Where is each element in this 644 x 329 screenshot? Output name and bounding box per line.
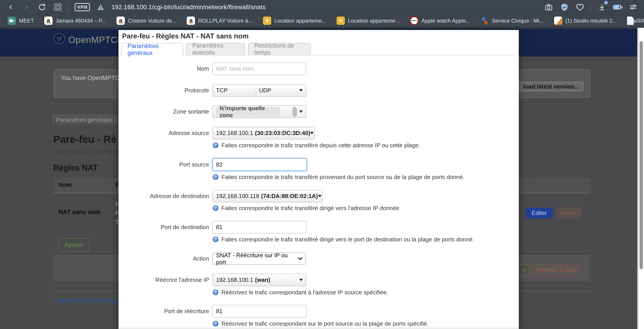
table-row-partial-1: F bbox=[116, 201, 118, 208]
protocole-value-tcp: TCP bbox=[213, 84, 256, 96]
background-tab-general[interactable]: Paramètres généraux bbox=[53, 115, 115, 124]
field-row-reecrire-ip: Réécrire l'adresse IP 192.168.100.1 (wan… bbox=[118, 274, 519, 286]
background-page-subtitle: Les règles NAT permette bbox=[53, 148, 120, 155]
darty-icon: DARTY bbox=[410, 16, 418, 25]
chevron-down-icon bbox=[310, 132, 314, 134]
grid-icon bbox=[54, 3, 61, 10]
tab-parametres-generaux[interactable]: Paramètres généraux bbox=[121, 43, 183, 56]
delete-rule-button[interactable]: Effacer bbox=[556, 208, 582, 218]
reload-button[interactable] bbox=[37, 2, 47, 12]
table-row-partial-3: T bbox=[116, 219, 118, 226]
forward-button[interactable]: › bbox=[22, 2, 31, 12]
favorites-button[interactable] bbox=[575, 2, 585, 12]
adresse-destination-dropdown[interactable]: 192.168.100.118 (74:DA:88:DE:02:1A) bbox=[212, 190, 323, 203]
field-row-protocole: Protocole TCP UDP bbox=[118, 84, 519, 97]
nat-rule-modal: Pare-feu - Règles NAT - NAT sans nom Par… bbox=[118, 30, 519, 329]
shield-check-icon bbox=[560, 3, 569, 11]
service-civique-icon bbox=[480, 16, 489, 25]
modal-title: Pare-feu - Règles NAT - NAT sans nom bbox=[122, 32, 249, 40]
add-rule-button[interactable]: Ajouter bbox=[58, 238, 90, 252]
help-icon: ? bbox=[212, 289, 219, 296]
vpn-badge[interactable]: VPN bbox=[75, 3, 90, 11]
bookmark-darty[interactable]: DARTY Apple watch Apple... bbox=[410, 16, 470, 25]
nom-input[interactable] bbox=[212, 62, 306, 75]
powered-by-link[interactable]: Powered by openmptcpr bbox=[53, 297, 119, 304]
adresse-source-help: ? Faites correspondre le trafic transfér… bbox=[212, 141, 420, 150]
port-destination-input[interactable] bbox=[212, 221, 307, 234]
address-bar[interactable]: 192.168.100.1/cgi-bin/luci/admin/network… bbox=[111, 3, 266, 11]
field-row-adresse-destination: Adresse de destination 192.168.100.118 (… bbox=[118, 190, 519, 202]
chevron-down-icon bbox=[298, 256, 302, 260]
port-destination-label: Port de destination bbox=[118, 224, 209, 231]
bookmark-rollplay[interactable]: a ROLLPLAY Voiture à... bbox=[187, 16, 252, 25]
toolbar-divider bbox=[591, 3, 591, 11]
bookmark-service-civique[interactable]: Service Civique : Mi... bbox=[480, 16, 544, 25]
page-scrollbar[interactable] bbox=[637, 28, 644, 329]
bookmark-jamara[interactable]: a Jamara 460434 – P... bbox=[44, 16, 106, 25]
back-button[interactable]: ‹ bbox=[6, 2, 16, 12]
bookmarks-overflow-chevron[interactable]: » bbox=[633, 16, 637, 25]
action-value: SNAT - Réécriture sur IP ou port bbox=[216, 252, 296, 266]
heart-icon bbox=[576, 3, 584, 11]
help-icon: ? bbox=[212, 174, 219, 180]
camera-icon bbox=[544, 3, 553, 11]
amazon-icon: a bbox=[187, 16, 195, 25]
help-icon: ? bbox=[212, 142, 219, 148]
adresse-source-ip: 192.168.100.1 bbox=[216, 130, 253, 137]
port-source-label: Port source bbox=[118, 161, 209, 168]
background-page-title: Pare-feu - Rè bbox=[53, 133, 117, 145]
table-row-name: NAT sans nom bbox=[58, 209, 100, 216]
chevron-down-icon bbox=[299, 279, 303, 281]
zone-dropdown[interactable]: N'importe quelle zone bbox=[212, 105, 306, 118]
page-viewport: M R OpenMPTCP You have OpenMPTC load lat… bbox=[0, 28, 644, 329]
port-reecriture-help: ? Réécrivez le trafic correspondant sur … bbox=[212, 319, 428, 328]
help-icon: ? bbox=[212, 205, 219, 211]
bookmark-meet[interactable]: MEET bbox=[8, 16, 34, 25]
tab-parametres-avances[interactable]: Paramètres avancés bbox=[186, 43, 245, 55]
amazon-icon: a bbox=[44, 16, 52, 25]
adresse-source-dropdown[interactable]: 192.168.100.1 (30:23:03:DC:3D:40) bbox=[212, 127, 315, 139]
table-header-nom: Nom bbox=[58, 181, 72, 188]
reecrire-ip-label: Réécrire l'adresse IP bbox=[118, 277, 209, 283]
site-warning-icon[interactable] bbox=[96, 2, 106, 12]
bookmark-location-1[interactable]: ♥ Location apparteme... bbox=[263, 16, 326, 25]
field-row-nom: Nom bbox=[118, 62, 519, 75]
reecrire-ip-help: ? Réécrivez le trafic correspondant à l'… bbox=[212, 288, 388, 297]
field-row-port-source: Port source bbox=[118, 158, 519, 171]
bookmark-leboncoin[interactable]: (1) Studio meublé 2... bbox=[554, 16, 617, 25]
chevron-down-icon bbox=[299, 89, 303, 92]
adresse-destination-ip: 192.168.100.118 bbox=[216, 193, 259, 200]
port-reecriture-input[interactable] bbox=[212, 305, 307, 318]
bookmarks-bar: MEET a Jamara 460434 – P... a Cristom Vo… bbox=[0, 14, 644, 28]
bookmark-location-2[interactable]: ♥ Location apparteme... bbox=[336, 16, 400, 25]
port-source-input[interactable] bbox=[212, 158, 307, 171]
nom-label: Nom bbox=[118, 65, 209, 72]
adresse-destination-mac: (74:DA:88:DE:02:1A) bbox=[261, 193, 318, 200]
privacy-shield-button[interactable] bbox=[560, 2, 569, 12]
settings-button[interactable] bbox=[628, 2, 638, 12]
action-select[interactable]: SNAT - Réécriture sur IP ou port bbox=[212, 253, 306, 265]
field-row-action: Action SNAT - Réécriture sur IP ou port bbox=[118, 253, 519, 265]
edit-rule-button[interactable]: Éditer bbox=[526, 208, 553, 218]
protocole-dropdown[interactable]: TCP UDP bbox=[212, 84, 306, 97]
port-destination-help: ? Faites correspondre le trafic transfér… bbox=[212, 235, 474, 244]
downloads-button[interactable] bbox=[597, 2, 607, 12]
battery-indicator bbox=[613, 2, 622, 12]
field-row-zone: Zone sortante N'importe quelle zone bbox=[118, 105, 519, 118]
field-row-port-reecriture: Port de réécriture bbox=[118, 305, 519, 318]
heart-favicon-icon: ♥ bbox=[263, 16, 271, 25]
amazon-icon: a bbox=[116, 16, 125, 25]
port-reecriture-label: Port de réécriture bbox=[118, 308, 209, 315]
battery-icon bbox=[613, 4, 622, 10]
scrollbar-thumb[interactable] bbox=[640, 41, 643, 269]
screenshot-button[interactable] bbox=[544, 2, 554, 12]
protocole-label: Protocole bbox=[118, 87, 209, 94]
meet-icon bbox=[8, 16, 16, 25]
tab-grid-button[interactable] bbox=[53, 2, 62, 12]
reset-button[interactable]: Remise à zéro bbox=[532, 264, 581, 276]
bookmark-cristom[interactable]: a Cristom Voiture de... bbox=[116, 16, 176, 25]
tab-restrictions-temps[interactable]: Restrictions de temps bbox=[248, 43, 310, 55]
reecrire-ip-dropdown[interactable]: 192.168.100.1 (wan) bbox=[212, 274, 306, 286]
dropdown-scroll-thumb bbox=[292, 107, 297, 117]
heart-favicon-icon: ♥ bbox=[336, 16, 345, 25]
